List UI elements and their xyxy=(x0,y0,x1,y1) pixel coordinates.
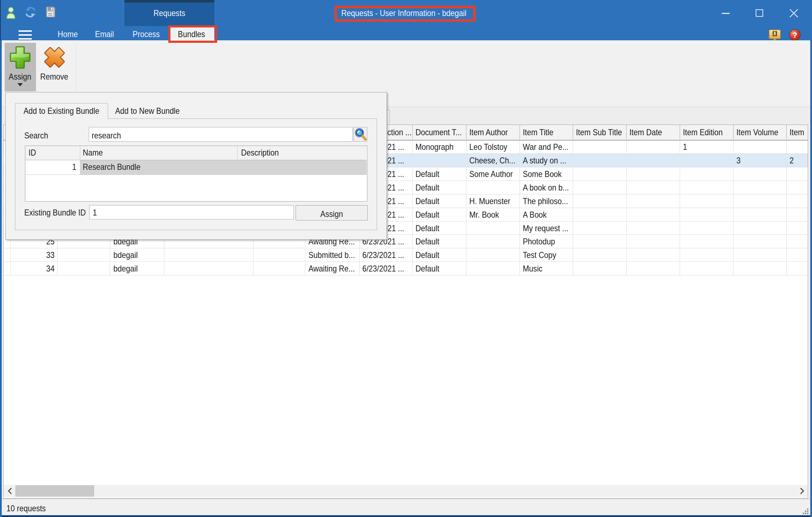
svg-text:?: ? xyxy=(792,31,797,40)
